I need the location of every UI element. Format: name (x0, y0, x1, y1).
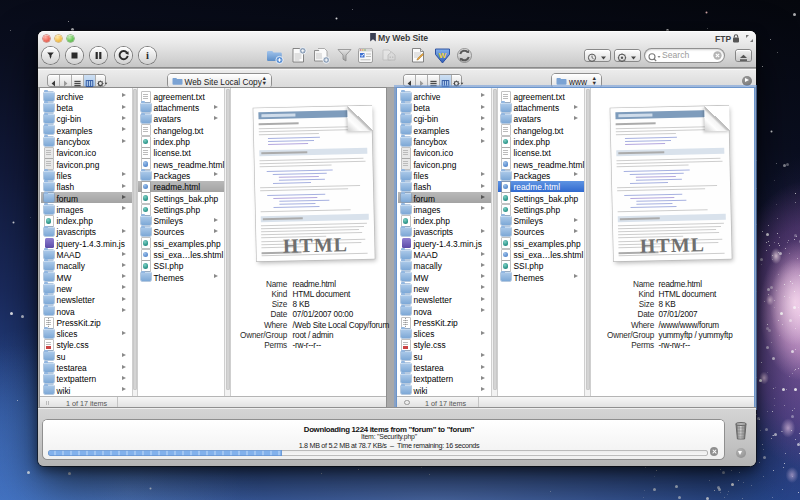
svg-text:W: W (438, 51, 446, 60)
svg-text:i: i (146, 50, 149, 61)
